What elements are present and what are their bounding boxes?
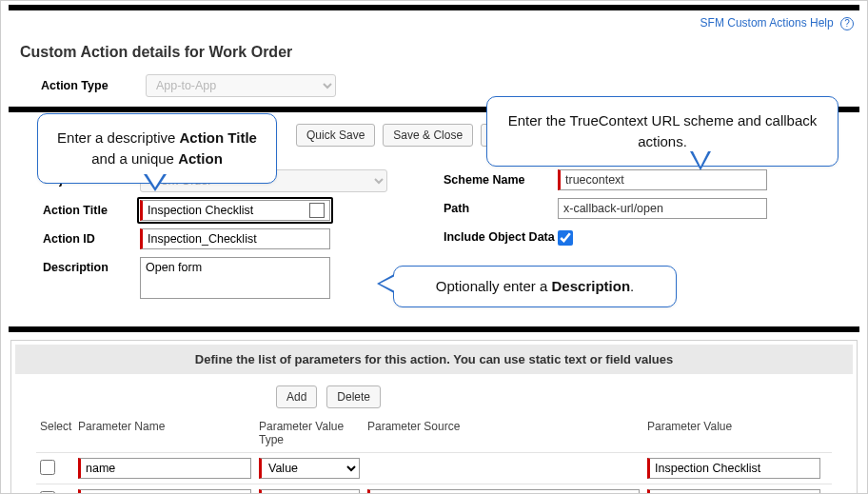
scheme-name-input[interactable]	[558, 169, 767, 190]
action-id-label: Action ID	[16, 228, 140, 246]
param-name-input[interactable]	[78, 458, 251, 479]
include-object-data-label: Include Object Data	[444, 227, 558, 245]
action-title-input[interactable]	[140, 200, 330, 221]
callout-scheme: Enter the TrueContext URL scheme and cal…	[486, 96, 838, 167]
scheme-name-label: Scheme Name	[444, 169, 558, 187]
parameters-header: Define the list of parameters for this a…	[15, 345, 853, 374]
include-object-data-checkbox[interactable]	[558, 230, 573, 246]
parameters-panel: Define the list of parameters for this a…	[10, 340, 858, 494]
action-type-label: Action Type	[41, 79, 146, 92]
parameters-table: Select Parameter Name Parameter Value Ty…	[36, 414, 832, 494]
help-icon[interactable]: ?	[840, 17, 854, 30]
action-type-select: App-to-App	[146, 74, 336, 97]
path-label: Path	[444, 198, 558, 215]
help-link-row: SFM Custom Actions Help ?	[1, 10, 867, 32]
param-row: Field Name Record ID	[36, 484, 832, 494]
path-input[interactable]	[558, 198, 767, 219]
param-source-input	[367, 489, 640, 494]
param-row-select[interactable]	[40, 460, 55, 475]
param-value-input[interactable]	[647, 458, 820, 479]
action-id-input[interactable]	[140, 228, 330, 249]
description-textarea[interactable]	[140, 257, 330, 299]
param-row: Value	[36, 452, 832, 484]
delete-param-button[interactable]: Delete	[326, 385, 381, 408]
param-row-select[interactable]	[40, 491, 55, 495]
quick-save-button[interactable]: Quick Save	[296, 124, 375, 147]
help-link[interactable]: SFM Custom Actions Help	[700, 16, 834, 30]
action-title-label: Action Title	[16, 200, 140, 217]
add-param-button[interactable]: Add	[276, 385, 317, 408]
param-name-input[interactable]	[78, 489, 251, 494]
param-type-select[interactable]: Field Name	[259, 489, 360, 494]
param-type-select[interactable]: Value	[259, 458, 360, 479]
description-label: Description	[16, 257, 140, 274]
param-table-header: Select Parameter Name Parameter Value Ty…	[36, 414, 832, 452]
save-close-button[interactable]: Save & Close	[383, 124, 473, 147]
page-title: Custom Action details for Work Order	[1, 32, 867, 70]
callout-description: Optionally enter a Description.	[393, 266, 677, 307]
param-value-select[interactable]: Record ID	[647, 489, 820, 494]
